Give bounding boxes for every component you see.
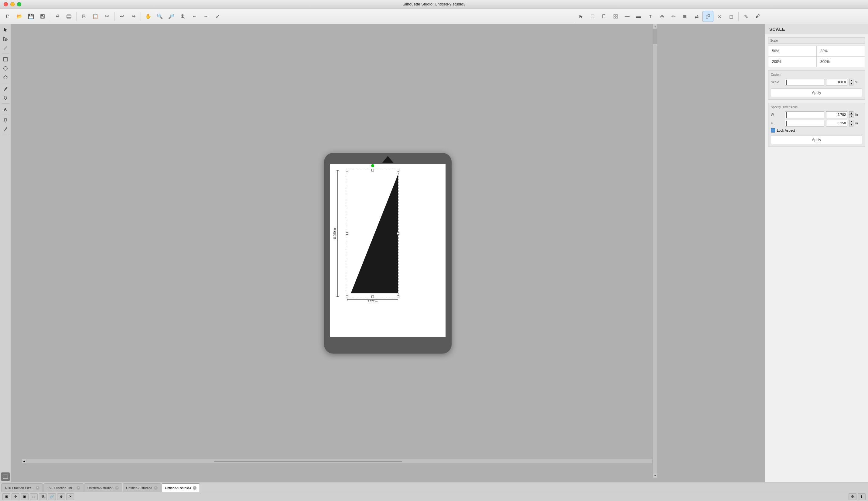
cut-line-btn[interactable]: —	[622, 11, 633, 22]
handle-bot-left[interactable]	[346, 296, 348, 298]
tab-close-1[interactable]: ×	[77, 486, 80, 490]
handle-bot-center[interactable]	[372, 296, 374, 298]
paint-tool[interactable]: 🖌	[752, 11, 763, 22]
eyedropper-tool[interactable]	[1, 125, 10, 134]
scale-300[interactable]: 300%	[817, 56, 865, 67]
tab-3[interactable]: Untitled-8.studio3 ×	[123, 483, 161, 492]
window-controls[interactable]	[4, 2, 21, 7]
canvas-area[interactable]: 8.250 in 2.702 in	[11, 24, 765, 482]
ellipse-draw-tool[interactable]	[1, 64, 10, 73]
scale-up-button[interactable]: ▲	[849, 79, 854, 82]
lock-aspect-checkbox[interactable]: ✓	[771, 128, 775, 132]
horizontal-scroll-thumb[interactable]	[214, 461, 402, 462]
settings-btn[interactable]: ⚙	[848, 493, 856, 500]
scale-tool[interactable]	[703, 11, 713, 22]
group-btn[interactable]: ▣	[21, 493, 29, 500]
scale-200[interactable]: 200%	[768, 56, 816, 67]
select-tool[interactable]	[575, 11, 586, 22]
maximize-button[interactable]	[17, 2, 21, 7]
apply-button-1[interactable]: Apply	[771, 88, 862, 97]
cut-button[interactable]: ✂	[101, 11, 112, 22]
undo-button[interactable]: ↩	[116, 11, 127, 22]
handle-top-left[interactable]	[346, 169, 348, 171]
vertical-scroll-thumb[interactable]	[653, 29, 657, 44]
w-value-input[interactable]	[826, 111, 847, 118]
scale-down-button[interactable]: ▼	[849, 82, 854, 85]
info-btn[interactable]: ℹ	[858, 493, 866, 500]
send-to-silhouette[interactable]	[1, 472, 10, 481]
expand-button[interactable]: ⤢	[212, 11, 223, 22]
paste-button[interactable]: 📋	[90, 11, 101, 22]
tab-close-0[interactable]: ×	[36, 486, 40, 490]
tab-1[interactable]: 1/20 Fraction Thi... ×	[43, 483, 84, 492]
scroll-down-button[interactable]: ▼	[653, 473, 657, 478]
save-as-button[interactable]	[37, 11, 48, 22]
grid-status-btn[interactable]: ⊞	[2, 493, 10, 500]
tab-close-3[interactable]: ×	[154, 486, 158, 490]
pointer-tool[interactable]	[1, 25, 10, 34]
apply-button-2[interactable]: Apply	[771, 136, 862, 144]
paper-canvas[interactable]: 8.250 in 2.702 in	[330, 164, 446, 337]
print-cut-button[interactable]	[64, 11, 74, 22]
pen-tool[interactable]	[1, 94, 10, 102]
trace-tool[interactable]: ⊕	[656, 11, 667, 22]
minimize-button[interactable]	[10, 2, 14, 7]
copy-button[interactable]: ⎘	[78, 11, 89, 22]
w-down-button[interactable]: ▼	[849, 115, 854, 118]
redo-button[interactable]: ↪	[128, 11, 139, 22]
horizontal-scrollbar[interactable]: ◀ ▶	[22, 459, 657, 463]
w-slider[interactable]	[785, 111, 824, 118]
scroll-up-button[interactable]: ▲	[653, 24, 657, 29]
scale-slider[interactable]	[785, 79, 824, 85]
eraser-tool[interactable]: ◻	[726, 11, 736, 22]
w-up-button[interactable]: ▲	[849, 111, 854, 115]
sketch-tool[interactable]: ✏	[668, 11, 679, 22]
new-button[interactable]: 🗋	[2, 11, 13, 22]
text-tool[interactable]: T	[645, 11, 656, 22]
open-button[interactable]: 📂	[14, 11, 25, 22]
align-tool[interactable]	[679, 11, 690, 22]
rectangle-tool[interactable]	[587, 11, 598, 22]
close-button[interactable]	[4, 2, 8, 7]
scale-value-input[interactable]	[826, 79, 847, 85]
scale-33[interactable]: 33%	[817, 46, 865, 56]
transform-tool[interactable]: ⇄	[691, 11, 702, 22]
line-draw-tool[interactable]	[1, 44, 10, 52]
cut-marks-btn[interactable]: ✛	[12, 493, 20, 500]
rotate-handle[interactable]	[371, 164, 374, 167]
pan-button[interactable]: ✋	[143, 11, 154, 22]
h-value-input[interactable]	[826, 120, 847, 127]
duplicate-btn[interactable]: ⊕	[57, 493, 65, 500]
zoom-custom-button[interactable]	[177, 11, 188, 22]
cut-fill-btn[interactable]: ▬	[633, 11, 644, 22]
tab-2[interactable]: Untitled-5.studio3 ×	[84, 483, 122, 492]
tab-0[interactable]: 1/20 Fraction Pizz... ×	[1, 483, 43, 492]
h-up-button[interactable]: ▲	[849, 120, 854, 123]
rotate-left-button[interactable]: ←	[189, 11, 200, 22]
polygon-draw-tool[interactable]	[1, 73, 10, 82]
rect-draw-tool[interactable]	[1, 55, 10, 64]
scale-50[interactable]: 50%	[768, 46, 816, 56]
grid-tool[interactable]	[610, 11, 621, 22]
delete-btn[interactable]: ✕	[66, 493, 74, 500]
pencil-tool[interactable]	[1, 85, 10, 93]
knife-tool[interactable]: ⚔	[714, 11, 725, 22]
fill-tool[interactable]	[1, 116, 10, 125]
node-tool[interactable]	[1, 35, 10, 43]
handle-mid-left[interactable]	[346, 232, 348, 235]
text-draw-tool[interactable]: A	[1, 105, 10, 114]
unlink-btn[interactable]: 🔗	[48, 493, 56, 500]
shape-object[interactable]	[351, 175, 398, 294]
handle-top-center[interactable]	[372, 169, 374, 171]
handle-bot-right[interactable]	[397, 296, 399, 298]
zoom-in-button[interactable]: 🔍	[154, 11, 165, 22]
page-tool[interactable]	[598, 11, 609, 22]
handle-top-right[interactable]	[397, 169, 399, 171]
zoom-out-button[interactable]: 🔎	[166, 11, 177, 22]
print-button[interactable]: 🖨	[52, 11, 63, 22]
scroll-left-button[interactable]: ◀	[22, 459, 26, 463]
ungroup-btn[interactable]: □	[30, 493, 38, 500]
tab-close-4[interactable]: ×	[193, 486, 197, 490]
h-down-button[interactable]: ▼	[849, 123, 854, 127]
rotate-right-button[interactable]: →	[200, 11, 211, 22]
